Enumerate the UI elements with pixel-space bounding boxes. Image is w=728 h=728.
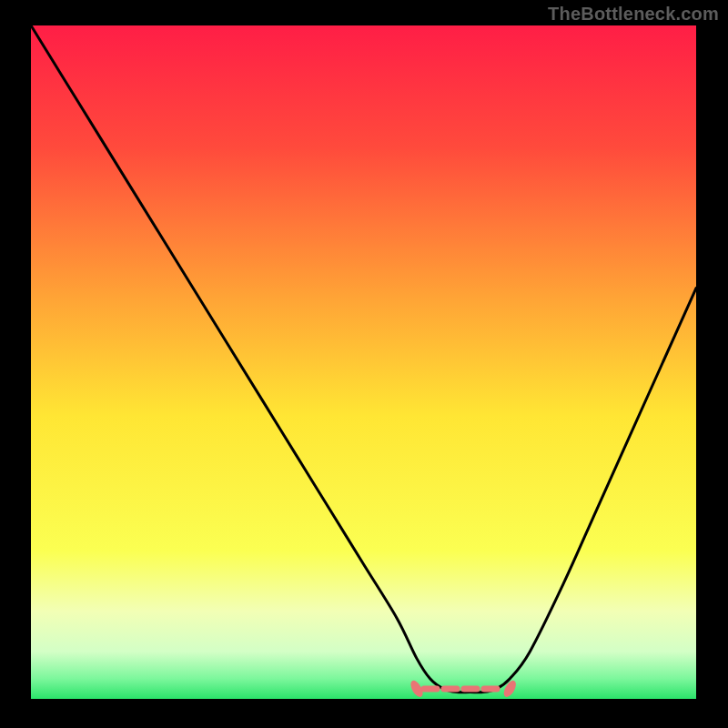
chart-frame: TheBottleneck.com [0,0,728,728]
gradient-background [31,25,696,699]
plot-svg [31,25,696,699]
bottleneck-plot [31,25,696,699]
watermark-label: TheBottleneck.com [548,4,719,25]
